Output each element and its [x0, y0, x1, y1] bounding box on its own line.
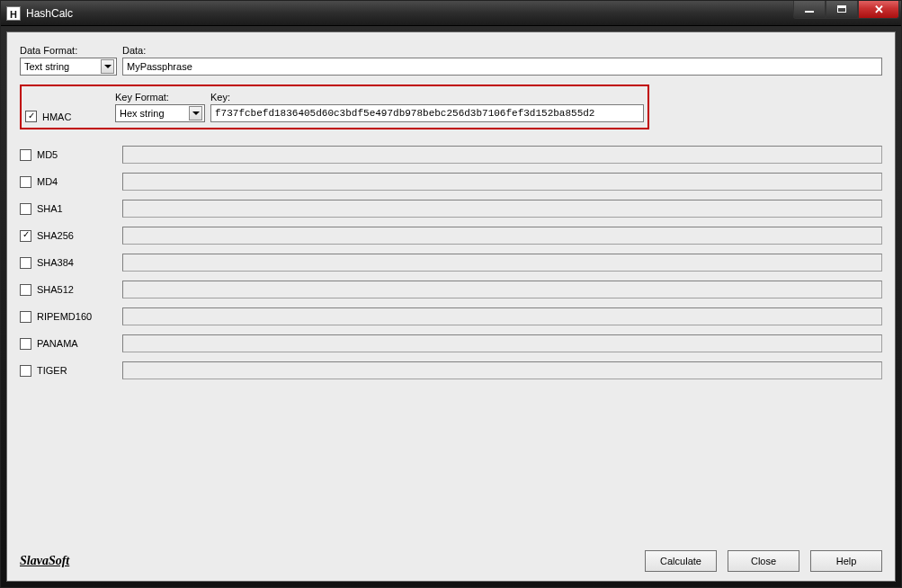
algorithm-label: TIGER	[37, 365, 67, 376]
algorithm-row: PANAMA	[20, 334, 882, 352]
algorithm-list: MD5MD4SHA1SHA256SHA384SHA512RIPEMD160PAN…	[20, 146, 882, 388]
data-format-col: Data Format: Text string	[20, 45, 117, 76]
algorithm-checkbox[interactable]	[20, 257, 31, 269]
algorithm-row: RIPEMD160	[20, 307, 882, 325]
algorithm-result	[122, 281, 882, 298]
key-format-label: Key Format:	[115, 92, 205, 102]
client-area: Data Format: Text string Data: HMAC	[6, 31, 896, 582]
algorithm-checkbox[interactable]	[20, 338, 31, 350]
key-input[interactable]	[210, 104, 644, 122]
algorithm-checkbox-area: SHA256	[20, 230, 122, 242]
algorithm-checkbox[interactable]	[20, 311, 31, 323]
algorithm-checkbox-area: MD4	[20, 176, 122, 188]
close-app-button[interactable]: Close	[728, 550, 799, 572]
window-controls: ✕	[793, 1, 901, 19]
algorithm-checkbox[interactable]	[20, 284, 31, 296]
algorithm-row: SHA512	[20, 281, 882, 298]
calculate-button[interactable]: Calculate	[645, 550, 717, 572]
help-button[interactable]: Help	[810, 550, 882, 572]
spacer	[20, 388, 882, 545]
algorithm-checkbox-area: SHA1	[20, 203, 122, 215]
algorithm-label: SHA512	[37, 284, 74, 295]
brand-link[interactable]: SlavaSoft	[20, 554, 69, 568]
chevron-down-icon	[189, 106, 202, 120]
data-row: Data Format: Text string Data:	[20, 45, 882, 76]
key-col: Key:	[210, 92, 644, 122]
window-title: HashCalc	[26, 7, 793, 20]
algorithm-result	[122, 173, 882, 191]
data-format-value: Text string	[24, 61, 69, 72]
algorithm-checkbox-area: MD5	[20, 149, 122, 161]
algorithm-row: TIGER	[20, 361, 882, 379]
algorithm-label: MD5	[37, 149, 58, 160]
data-label: Data:	[122, 45, 882, 56]
algorithm-checkbox-area: TIGER	[20, 365, 122, 377]
key-format-col: Key Format: Hex string	[115, 92, 205, 122]
algorithm-label: SHA384	[37, 257, 74, 268]
key-format-select[interactable]: Hex string	[115, 104, 205, 122]
algorithm-checkbox-area: SHA512	[20, 284, 122, 296]
algorithm-checkbox[interactable]	[20, 230, 31, 242]
hmac-label: HMAC	[42, 111, 71, 122]
maximize-button[interactable]	[826, 1, 858, 19]
maximize-icon	[837, 5, 846, 13]
algorithm-row: MD4	[20, 173, 882, 191]
minimize-button[interactable]	[793, 1, 826, 19]
app-icon: H	[6, 6, 21, 21]
close-icon: ✕	[874, 3, 884, 16]
footer: SlavaSoft Calculate Close Help	[20, 545, 882, 572]
algorithm-row: SHA256	[20, 227, 882, 245]
algorithm-result	[122, 334, 882, 352]
algorithm-row: SHA1	[20, 200, 882, 218]
app-window: H HashCalc ✕ Data Format: Text string Da…	[0, 0, 902, 588]
data-input[interactable]	[122, 58, 882, 76]
algorithm-result	[122, 307, 882, 325]
hmac-checkbox[interactable]	[25, 111, 37, 122]
data-format-select[interactable]: Text string	[20, 58, 117, 76]
algorithm-label: PANAMA	[37, 338, 78, 349]
algorithm-result	[122, 254, 882, 272]
minimize-icon	[805, 11, 814, 13]
algorithm-label: SHA1	[37, 203, 63, 214]
algorithm-row: MD5	[20, 146, 882, 164]
chevron-down-icon	[101, 59, 114, 74]
algorithm-result	[122, 227, 882, 245]
algorithm-checkbox-area: PANAMA	[20, 338, 122, 350]
algorithm-checkbox[interactable]	[20, 176, 31, 188]
titlebar[interactable]: H HashCalc ✕	[1, 1, 901, 26]
algorithm-checkbox-area: SHA384	[20, 257, 122, 269]
close-button[interactable]: ✕	[858, 1, 899, 19]
key-format-value: Hex string	[120, 108, 165, 119]
algorithm-checkbox[interactable]	[20, 149, 31, 161]
algorithm-result	[122, 146, 882, 164]
hmac-section: HMAC Key Format: Hex string Key:	[20, 85, 649, 129]
algorithm-checkbox[interactable]	[20, 365, 31, 377]
outer-frame: Data Format: Text string Data: HMAC	[1, 26, 901, 587]
algorithm-row: SHA384	[20, 254, 882, 272]
algorithm-label: MD4	[37, 176, 58, 187]
key-label: Key:	[210, 92, 644, 102]
algorithm-checkbox-area: RIPEMD160	[20, 311, 122, 323]
algorithm-result	[122, 200, 882, 218]
data-col: Data:	[122, 45, 882, 76]
algorithm-label: SHA256	[37, 230, 74, 241]
algorithm-result	[122, 361, 882, 379]
hmac-checkbox-area: HMAC	[25, 111, 115, 122]
data-format-label: Data Format:	[20, 45, 117, 56]
algorithm-checkbox[interactable]	[20, 203, 31, 215]
algorithm-label: RIPEMD160	[37, 311, 92, 322]
